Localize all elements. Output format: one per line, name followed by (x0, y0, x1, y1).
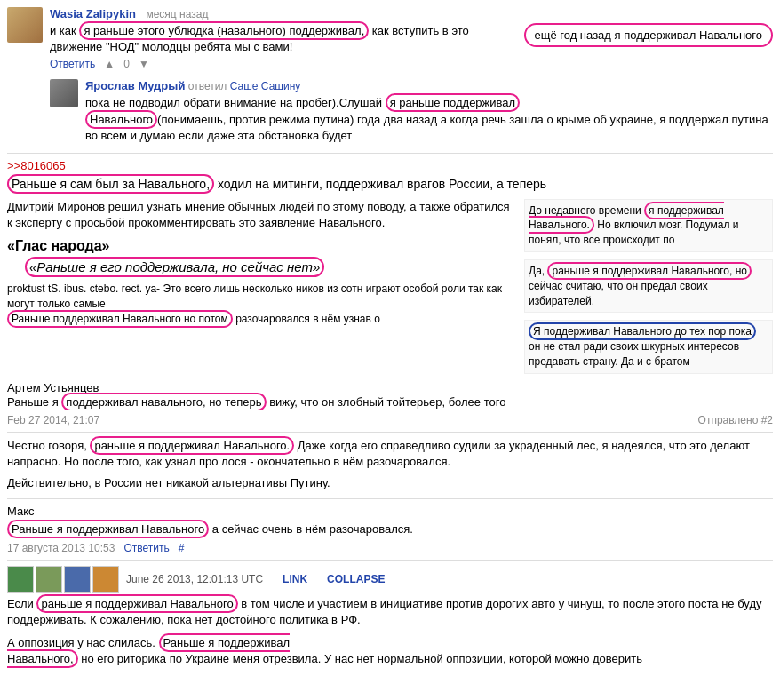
yaroslav-text-before: пока не подводил обрати внимание на проб… (85, 96, 386, 109)
comment-body-wasia: Wasia Zalipykin месяц назад и как я рань… (50, 7, 773, 70)
replied-to-yaroslav: Саше Сашину (230, 80, 301, 92)
comment-meta-yaroslav: Ярослав Мудрый ответил Саше Сашину (85, 79, 773, 92)
main-column: Дмитрий Миронов решил узнать мнение обыч… (7, 199, 515, 332)
highlight-yaroslav-1: я раньше поддерживал (386, 93, 520, 112)
hash-link-max[interactable]: # (179, 542, 185, 554)
bottom-hl2-line1: Раньше я поддерживал (163, 636, 291, 649)
quote-span: «Раньше я его поддерживала, но сейчас не… (25, 257, 324, 277)
right-text-2: Да, раньше я поддерживал Навального, но … (524, 259, 773, 313)
section-title: «Глас народа» (7, 238, 515, 254)
avatar-wasia (7, 7, 43, 43)
small-avatar-4 (92, 566, 119, 593)
right-text3-after: он не стал ради своих шкурных интересов … (529, 340, 739, 368)
timestamp1-text: Feb 27 2014, 21:07 (7, 414, 99, 426)
comment-yaroslav: Ярослав Мудрый ответил Саше Сашину пока … (50, 79, 773, 144)
max-username: Макс (7, 505, 35, 518)
body-text: Дмитрий Миронов решил узнать мнение обыч… (7, 199, 515, 231)
small-avatars (7, 566, 119, 593)
yaroslav-text-after: (понимаешь, против режима путина) года д… (85, 113, 768, 142)
honest-before: Честно говоря, (7, 439, 90, 452)
right-text2-after: сейчас считаю, что он предал своих избир… (529, 280, 708, 307)
link-action[interactable]: LINK (283, 573, 307, 585)
artem-before: Раньше я (7, 395, 61, 409)
bottom-comment: Если раньше я поддерживал Навального в т… (7, 596, 773, 628)
mid-highlight: Раньше поддерживал Навального но потом (7, 310, 233, 328)
honest-highlight: раньше я поддерживал Навального. (90, 436, 294, 455)
right-text1-before: До недавнего времени (529, 204, 644, 217)
honest-comment: Честно говоря, раньше я поддерживал Нава… (7, 438, 773, 470)
bottom-comment-p2: А оппозиция у нас слилась. Раньше я подд… (7, 635, 773, 667)
right-text-1: До недавнего времени я поддерживал Навал… (524, 199, 773, 252)
timestamp1: Feb 27 2014, 21:07 Отправлено #2 (7, 414, 773, 426)
bottom-p2-after: но его риторика по Украине меня отрезвил… (78, 652, 642, 665)
artem-after: вижу, что он злобный тойтерьер, более то… (267, 395, 506, 409)
artem-main: Артем Устьянцев Раньше я поддерживал нав… (7, 381, 505, 410)
divider-2 (7, 432, 773, 433)
username-yaroslav: Ярослав Мудрый (85, 79, 185, 92)
highlight-wasia-1: я раньше этого ублюдка (навального) подд… (79, 21, 369, 40)
comment-wasia: Wasia Zalipykin месяц назад и как я рань… (7, 7, 773, 70)
bottom-hl2-line2: Навального, (7, 652, 74, 665)
small-avatar-2 (36, 566, 62, 593)
avatar-yaroslav (50, 79, 78, 107)
putin-text: Действительно, в России нет никакой альт… (7, 475, 773, 491)
timestamp-bar-date: June 26 2013, 12:01:13 UTC (126, 573, 263, 585)
bottom-highlight1: раньше я поддерживал Навального (36, 594, 237, 613)
timeago-wasia: месяц назад (146, 8, 208, 20)
max-text: Раньше я поддерживал Навального а сейчас… (7, 521, 773, 537)
max-actions: 17 августа 2013 10:53 Ответить # (7, 542, 773, 554)
right-highlight3: Я поддерживал Навального до тех пор пока (529, 322, 756, 340)
artem-block: Артем Устьянцев Раньше я поддерживал нав… (7, 381, 505, 410)
mid-after: разочаровался в нём узнав о (233, 313, 380, 325)
vote-up-wasia[interactable]: ▲ (104, 58, 115, 70)
page-container: Wasia Zalipykin месяц назад и как я рань… (0, 0, 780, 674)
reply-link-wasia[interactable]: Ответить (50, 58, 95, 70)
artem-text: Раньше я поддерживал навального, но тепе… (7, 394, 505, 410)
vote-down-wasia[interactable]: ▼ (139, 58, 149, 70)
sent-label: Отправлено #2 (698, 414, 773, 426)
highlight-yaroslav-2: Навального (85, 110, 157, 129)
artem-highlight: поддерживал навального, но теперь (61, 393, 266, 410)
reply-link-max[interactable]: Ответить (123, 542, 169, 554)
date2-text: 17 августа 2013 10:53 (7, 542, 115, 554)
timestamp-bar: June 26 2013, 12:01:13 UTC LINK COLLAPSE (126, 573, 773, 585)
mid-comment: proktust tS. ibus. ctebo. rect. ya- Это … (7, 282, 515, 326)
right-highlight2: раньше я поддерживал Навального, но (547, 262, 752, 280)
main-highlight-line: Раньше я сам был за Навального, ходил на… (7, 176, 773, 194)
annotation-wasia: ещё год назад я поддерживал Навального (524, 23, 774, 47)
thread-ref-link[interactable]: >>8016065 (7, 159, 66, 172)
username-wasia: Wasia Zalipykin (50, 7, 136, 20)
comment-meta-wasia: Wasia Zalipykin месяц назад (50, 7, 773, 20)
mid-prefix: proktust tS. ibus. ctebo. rect. ya- Это … (7, 282, 502, 310)
artem-section: Артем Устьянцев Раньше я поддерживал нав… (7, 381, 773, 426)
vote-count-wasia: 0 (123, 58, 130, 70)
max-highlight: Раньше я поддерживал Навального (7, 520, 209, 538)
divider-3 (7, 498, 773, 499)
comment-text-yaroslav: пока не подводил обрати внимание на проб… (85, 95, 773, 144)
body-section: До недавнего времени я поддерживал Навал… (7, 199, 773, 381)
main-text-after: ходил на митинги, поддерживал врагов Рос… (214, 177, 546, 191)
action-links-wasia: Ответить ▲ 0 ▼ (50, 58, 773, 70)
right-text2-before: Да, (529, 265, 547, 277)
right-text-3: Я поддерживал Навального до тех пор пока… (524, 320, 773, 373)
divider-1 (7, 153, 773, 154)
bottom-p2-before: А оппозиция у нас слилась. (7, 636, 159, 649)
main-highlight-span: Раньше я сам был за Навального, (7, 174, 214, 194)
collapse-action[interactable]: COLLAPSE (327, 573, 385, 585)
bottom-bar-section: June 26 2013, 12:01:13 UTC LINK COLLAPSE (7, 566, 773, 593)
comment-text-wasia: и как я раньше этого ублюдка (навального… (50, 23, 515, 55)
small-avatar-3 (64, 566, 91, 593)
max-after: а сейчас очень в нём разочаровался. (209, 522, 413, 536)
right-column: До недавнего времени я поддерживал Навал… (524, 199, 773, 381)
divider-4 (7, 560, 773, 561)
max-section: Макс (7, 505, 773, 518)
bottom-before: Если (7, 597, 36, 610)
comment-body-yaroslav: Ярослав Мудрый ответил Саше Сашину пока … (85, 79, 773, 144)
small-avatar-1 (7, 566, 34, 593)
